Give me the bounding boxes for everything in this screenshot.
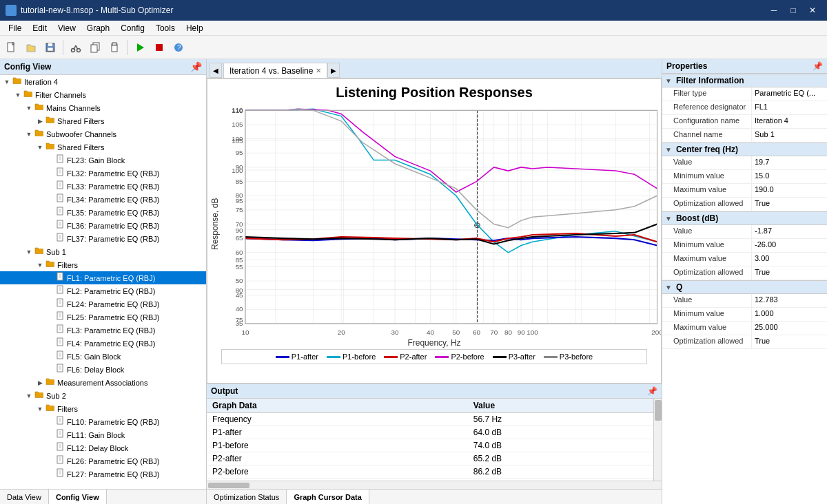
node-label-filterchannels: Filter Channels: [35, 91, 86, 99]
output-h-scrollbar[interactable]: [207, 481, 662, 489]
close-button[interactable]: ✕: [804, 3, 821, 17]
expand-icon-iteration4: ▼: [1, 76, 12, 87]
prop-row-0-2: Configuration nameIteration 4: [662, 115, 827, 129]
toolbar-sep-1: [63, 40, 63, 55]
toolbar-copy[interactable]: [86, 39, 104, 56]
toolbar-help[interactable]: ?: [170, 39, 187, 56]
tree-node-fl1[interactable]: FL1: Parametric EQ (RBJ): [0, 271, 206, 284]
tree-node-measassoc1[interactable]: ▶Measurement Associations: [0, 376, 206, 389]
chart-with-axes: Response, dB: [207, 103, 661, 345]
tree-node-fl3[interactable]: FL3: Parametric EQ (RBJ): [0, 324, 206, 337]
prop-section-title-3: Q: [676, 282, 682, 292]
tree-node-filterchannels[interactable]: ▼Filter Channels: [0, 88, 206, 101]
tree-node-fl2[interactable]: FL2: Parametric EQ (RBJ): [0, 284, 206, 297]
tree-node-fl32[interactable]: FL32: Parametric EQ (RBJ): [0, 167, 206, 180]
prop-section-header-0[interactable]: ▼Filter Information: [662, 74, 827, 87]
menu-config[interactable]: Config: [115, 21, 150, 35]
tree-container[interactable]: ▼Iteration 4▼Filter Channels▼Mains Chann…: [0, 75, 206, 489]
tree-node-sub1[interactable]: ▼Sub 1: [0, 245, 206, 258]
menu-help[interactable]: Help: [181, 21, 209, 35]
tab-optimization-status[interactable]: Optimization Status: [207, 490, 287, 504]
tree-node-filters1[interactable]: ▼Filters: [0, 258, 206, 271]
tree-node-fl12[interactable]: FL12: Delay Block: [0, 441, 206, 454]
toolbar-open[interactable]: [22, 39, 40, 56]
properties-pin-icon[interactable]: 📌: [813, 61, 823, 71]
node-label-fl1: FL1: Parametric EQ (RBJ): [67, 274, 155, 282]
tree-node-fl34[interactable]: FL34: Parametric EQ (RBJ): [0, 193, 206, 206]
tab-nav-right[interactable]: ▶: [327, 63, 340, 78]
file-icon-fl23: [57, 154, 65, 166]
tree-node-fl33[interactable]: FL33: Parametric EQ (RBJ): [0, 180, 206, 193]
tree-node-fl26[interactable]: FL26: Parametric EQ (RBJ): [0, 454, 206, 468]
tree-node-fl36[interactable]: FL36: Parametric EQ (RBJ): [0, 219, 206, 232]
menu-tools[interactable]: Tools: [150, 21, 181, 35]
tree-node-sharedfilters2[interactable]: ▼Shared Filters: [0, 140, 206, 154]
tree-node-iteration4[interactable]: ▼Iteration 4: [0, 75, 206, 88]
prop-key-0-3: Channel name: [662, 129, 752, 142]
folder-icon-sub2: [34, 390, 44, 401]
output-table: Graph Data Value Frequency56.7 HzP1-afte…: [207, 399, 653, 479]
output-pin-icon[interactable]: 📌: [647, 386, 657, 396]
title-bar-left: tutorial-new-8.msop - Multi-Sub Optimize…: [6, 5, 173, 16]
tree-node-fl11[interactable]: FL11: Gain Block: [0, 428, 206, 441]
prop-val-3-0: 12.783: [752, 294, 827, 307]
title-bar-controls[interactable]: ─ □ ✕: [765, 3, 821, 17]
prop-row-1-1: Minimum value15.0: [662, 170, 827, 184]
expand-icon-fl32: [45, 168, 57, 179]
toolbar-stop[interactable]: [150, 39, 168, 56]
tab-graph-cursor-data[interactable]: Graph Cursor Data: [287, 490, 369, 504]
svg-text:70: 70: [236, 220, 243, 228]
tree-node-fl10[interactable]: FL10: Parametric EQ (RBJ): [0, 415, 206, 428]
maximize-button[interactable]: □: [784, 3, 802, 17]
tree-node-fl4[interactable]: FL4: Parametric EQ (RBJ): [0, 337, 206, 350]
expand-icon-mains: ▼: [23, 103, 34, 114]
pin-icon[interactable]: 📌: [190, 61, 202, 72]
table-row: Frequency56.7 Hz: [207, 413, 653, 426]
svg-text:40: 40: [427, 328, 434, 336]
legend-p2-after: P2-after: [384, 353, 427, 361]
tree-node-mains[interactable]: ▼Mains Channels: [0, 101, 206, 114]
tree-node-fl35[interactable]: FL35: Parametric EQ (RBJ): [0, 206, 206, 219]
node-label-fl23: FL23: Gain Block: [67, 156, 125, 165]
tab-data-view[interactable]: Data View: [0, 490, 49, 504]
toolbar-cut[interactable]: [67, 39, 85, 56]
folder-icon-filters1: [45, 259, 55, 271]
tree-node-fl6[interactable]: FL6: Delay Block: [0, 363, 206, 376]
file-icon-fl10: [57, 416, 65, 428]
output-scrollbar[interactable]: [653, 399, 662, 481]
svg-rect-36: [57, 220, 63, 228]
tree-node-sub2[interactable]: ▼Sub 2: [0, 389, 206, 402]
menu-view[interactable]: View: [52, 21, 81, 35]
tree-node-fl25[interactable]: FL25: Parametric EQ (RBJ): [0, 311, 206, 324]
tree-node-fl23[interactable]: FL23: Gain Block: [0, 154, 206, 167]
tab-nav-left[interactable]: ◀: [210, 63, 222, 78]
center-panel: ◀ Iteration 4 vs. Baseline ✕ ▶ Listening…: [207, 59, 662, 504]
tree-node-filters2[interactable]: ▼Filters: [0, 402, 206, 415]
tab-iteration4[interactable]: Iteration 4 vs. Baseline ✕: [223, 63, 327, 78]
menu-edit[interactable]: Edit: [27, 21, 52, 35]
tab-config-view[interactable]: Config View: [49, 490, 107, 504]
expand-icon-fl10: [45, 417, 57, 428]
prop-section-header-2[interactable]: ▼Boost (dB): [662, 211, 827, 225]
tree-node-subwoofer[interactable]: ▼Subwoofer Channels: [0, 127, 206, 140]
prop-section-header-3[interactable]: ▼Q: [662, 280, 827, 294]
prop-key-3-2: Maximum value: [662, 322, 752, 335]
tree-node-sharedfilters1[interactable]: ▶Shared Filters: [0, 114, 206, 127]
tree-node-fl37[interactable]: FL37: Parametric EQ (RBJ): [0, 232, 206, 245]
tab-close-icon[interactable]: ✕: [316, 67, 321, 74]
legend-p3-before: P3-before: [544, 353, 593, 361]
toolbar-new[interactable]: [3, 39, 21, 56]
menu-file[interactable]: File: [3, 21, 27, 35]
tree-node-fl24[interactable]: FL24: Parametric EQ (RBJ): [0, 297, 206, 311]
minimize-button[interactable]: ─: [765, 3, 783, 17]
svg-text:90: 90: [518, 328, 525, 336]
svg-text:70: 70: [490, 328, 498, 336]
toolbar-paste[interactable]: [105, 39, 123, 56]
expand-icon-fl1: [45, 273, 57, 284]
toolbar-save[interactable]: [41, 39, 59, 56]
tree-node-fl5[interactable]: FL5: Gain Block: [0, 350, 206, 363]
menu-graph[interactable]: Graph: [81, 21, 115, 35]
toolbar-play[interactable]: [131, 39, 149, 56]
prop-section-header-1[interactable]: ▼Center freq (Hz): [662, 143, 827, 156]
tree-node-fl27[interactable]: FL27: Parametric EQ (RBJ): [0, 468, 206, 481]
